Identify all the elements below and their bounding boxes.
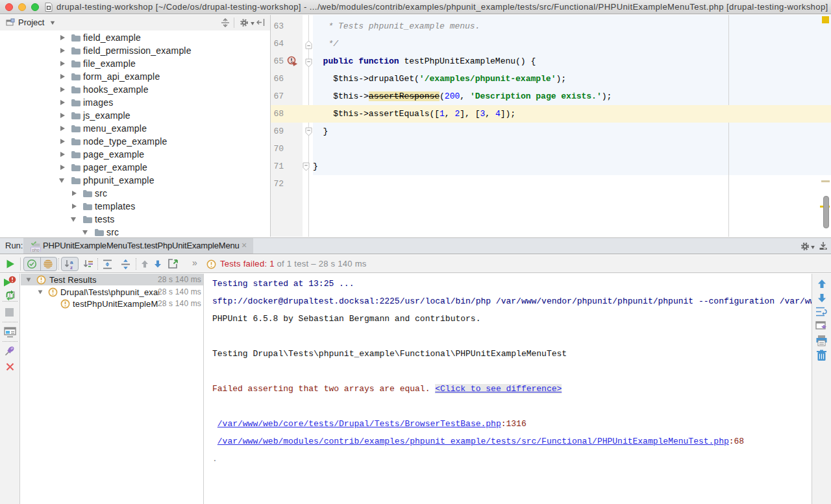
svg-text:z: z (70, 265, 73, 270)
svg-text:php: php (32, 248, 40, 252)
